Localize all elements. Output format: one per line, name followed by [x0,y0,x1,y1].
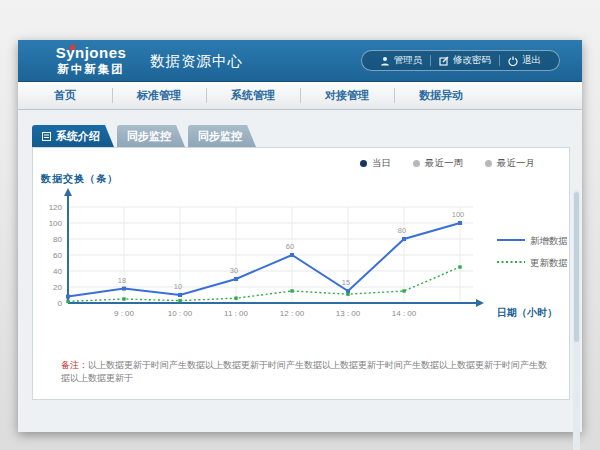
nav-item-3[interactable]: 对接管理 [300,82,394,109]
nav-item-1[interactable]: 标准管理 [112,82,206,109]
change-password-label: 修改密码 [453,54,491,67]
brand-logo: Synjones 新中新集团 [46,44,136,77]
data-point [178,293,182,297]
svg-text:14 : 00: 14 : 00 [392,309,417,318]
change-password-button[interactable]: 修改密码 [431,54,499,67]
data-point [66,300,69,303]
scrollbar-thumb[interactable] [574,192,579,342]
data-point [458,265,461,268]
footnote-text: 以上数据更新于时间产生数据以上数据更新于时间产生数据以上数据更新于时间产生数据以… [61,360,547,383]
svg-text:120: 120 [49,203,63,212]
page-title: 数据资源中心 [150,52,243,71]
logout-label: 退出 [522,54,541,67]
svg-text:9 : 00: 9 : 00 [114,309,135,318]
svg-text:30: 30 [230,266,238,275]
brand-logo-cn: 新中新集团 [46,62,136,77]
svg-text:20: 20 [53,283,62,292]
svg-text:80: 80 [53,235,62,244]
brand-logo-en: Synjones [56,44,127,61]
data-point [234,297,237,300]
data-point [402,237,406,241]
main-nav: 首页标准管理系统管理对接管理数据异动 [18,82,582,110]
data-point [178,299,181,302]
svg-text:新增数据: 新增数据 [530,235,568,246]
chart-legend: 新增数据更新数据 [497,235,568,268]
svg-text:60: 60 [286,242,294,251]
data-point [122,287,126,291]
data-point [402,289,405,292]
edit-icon [439,56,449,66]
footnote-prefix: 备注： [61,360,88,370]
svg-text:40: 40 [53,267,62,276]
svg-text:12 : 00: 12 : 00 [280,309,305,318]
logo-red-accent [69,45,75,50]
user-toolbar: 管理员 修改密码 退出 [361,50,561,71]
svg-text:18: 18 [118,276,126,285]
data-point [346,293,349,296]
content-area: 系统介绍同步监控同步监控 当日最近一周最近一月 数据交换（条） 02040608… [18,110,582,432]
svg-text:60: 60 [53,251,62,260]
document-icon [42,132,51,141]
tab-0[interactable]: 系统介绍 [32,125,114,147]
user-account-button[interactable]: 管理员 [372,54,431,67]
data-point [290,253,294,257]
svg-text:100: 100 [452,210,465,219]
data-point [122,297,125,300]
user-icon [380,56,390,66]
svg-text:11 : 00: 11 : 00 [224,309,248,318]
x-axis-title: 日期（小时） [497,306,557,320]
svg-text:10 : 00: 10 : 00 [168,309,193,318]
logout-button[interactable]: 退出 [500,54,549,67]
nav-item-0[interactable]: 首页 [18,82,112,109]
user-name-label: 管理员 [394,54,423,67]
tick-labels: 0204060801001209 : 0010 : 0011 : 0012 : … [49,203,417,318]
nav-item-4[interactable]: 数据异动 [394,82,488,109]
chart-panel: 当日最近一周最近一月 数据交换（条） 0204060801001209 : 00… [32,147,570,400]
tab-bar: 系统介绍同步监控同步监控 [32,125,259,147]
tab-1[interactable]: 同步监控 [117,125,185,147]
data-point [290,289,293,292]
svg-text:更新数据: 更新数据 [530,257,568,268]
data-point [458,221,462,225]
svg-text:13 : 00: 13 : 00 [336,309,361,318]
line-chart: 0204060801001209 : 0010 : 0011 : 0012 : … [33,148,571,348]
svg-text:15: 15 [342,278,350,287]
svg-text:100: 100 [49,219,63,228]
data-point [234,277,238,281]
y-axis-arrow [64,188,72,196]
scrollbar[interactable] [573,190,580,450]
header: Synjones 新中新集团 数据资源中心 管理员 修改密码 [18,40,582,82]
tab-label: 系统介绍 [56,129,100,144]
svg-text:80: 80 [398,226,406,235]
tab-label: 同步监控 [127,129,171,144]
svg-text:10: 10 [174,282,182,291]
footnote: 备注：以上数据更新于时间产生数据以上数据更新于时间产生数据以上数据更新于时间产生… [61,359,553,385]
app-window: Synjones 新中新集团 数据资源中心 管理员 修改密码 [18,40,582,432]
data-point [346,289,350,293]
nav-item-2[interactable]: 系统管理 [206,82,300,109]
data-point [66,295,70,299]
svg-text:0: 0 [58,299,63,308]
power-icon [508,56,518,66]
x-axis-arrow [476,299,484,307]
tab-label: 同步监控 [198,129,242,144]
tab-2[interactable]: 同步监控 [188,125,256,147]
